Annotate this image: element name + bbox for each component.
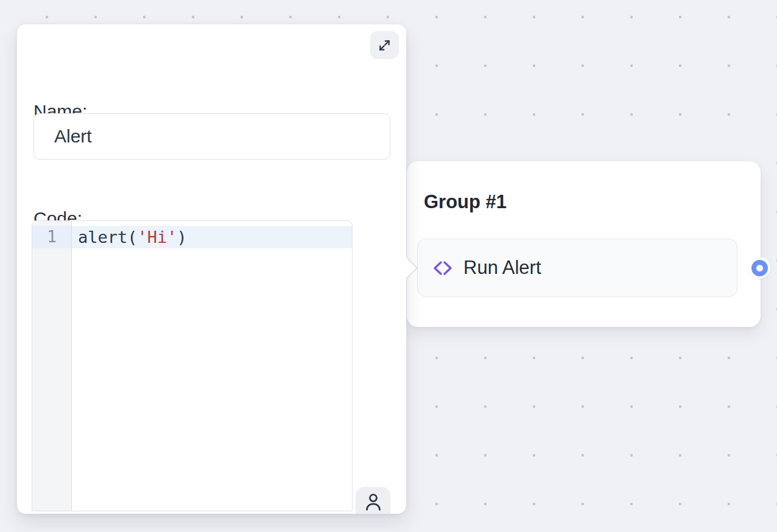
expand-button[interactable] xyxy=(370,31,399,59)
code-icon xyxy=(432,260,453,276)
node-label: Run Alert xyxy=(463,257,541,279)
node-run-alert[interactable]: Run Alert xyxy=(417,239,737,297)
code-token-string: 'Hi' xyxy=(138,228,177,247)
expand-icon xyxy=(378,38,392,52)
node-editor-popover: Name: Code: 1 alert('Hi') xyxy=(17,24,406,514)
output-handle[interactable] xyxy=(748,257,770,279)
user-button[interactable] xyxy=(356,487,390,514)
line-number: 1 xyxy=(32,226,72,248)
code-token-call: alert( xyxy=(78,228,138,247)
user-icon xyxy=(363,491,384,512)
code-text[interactable]: alert('Hi') xyxy=(72,226,352,248)
line-number-gutter xyxy=(32,221,72,511)
output-handle-ring xyxy=(751,260,768,276)
code-editor[interactable]: 1 alert('Hi') xyxy=(32,220,353,511)
active-code-line[interactable]: 1 alert('Hi') xyxy=(32,226,352,248)
code-token-close: ) xyxy=(177,228,187,247)
flow-canvas[interactable]: { "editor_panel": { "expand_button": { "… xyxy=(0,0,777,532)
name-input[interactable] xyxy=(33,113,390,159)
group-card: Group #1 Run Alert xyxy=(407,161,761,327)
group-title: Group #1 xyxy=(424,192,507,212)
